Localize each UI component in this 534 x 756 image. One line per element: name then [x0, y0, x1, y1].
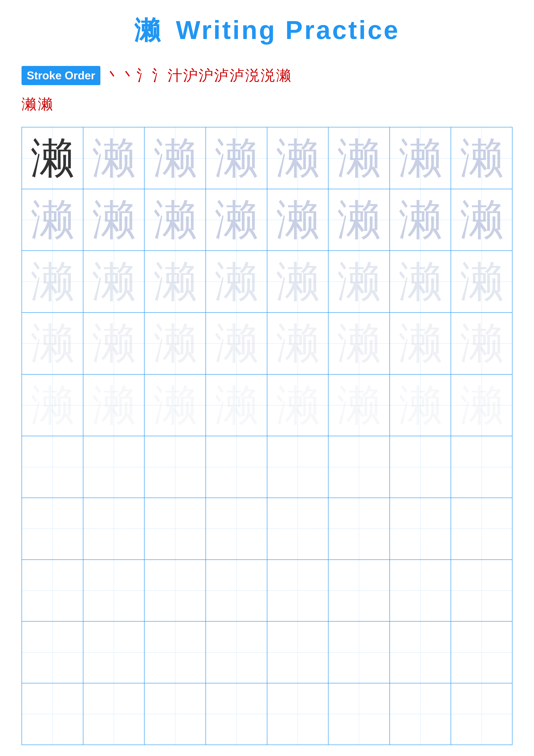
- grid-cell: [83, 436, 145, 498]
- grid-cell: 濑: [390, 251, 451, 312]
- stroke-char: 丶: [121, 65, 136, 86]
- grid-cell: [144, 560, 206, 621]
- grid-cell: 濑: [328, 313, 390, 374]
- grid-row-empty: [22, 498, 512, 560]
- stroke-char: 涚: [261, 65, 275, 86]
- grid-row-empty: [22, 683, 512, 745]
- stroke-order-section: Stroke Order 丶 丶 氵 氵 汁 沪 沪 泸 泸 涚 涚 濑: [21, 65, 513, 86]
- grid-row-empty: [22, 560, 512, 622]
- grid-row-empty: [22, 622, 512, 683]
- grid-cell: 濑: [83, 127, 145, 189]
- practice-char: 濑: [215, 198, 258, 241]
- grid-cell: [328, 436, 390, 498]
- stroke-char: 濑: [21, 94, 36, 114]
- practice-char: 濑: [399, 260, 442, 303]
- grid-cell: 濑: [390, 375, 451, 436]
- stroke-char: 濑: [276, 65, 291, 86]
- grid-cell: [83, 560, 145, 621]
- grid-cell: 濑: [390, 313, 451, 374]
- grid-cell: [144, 683, 206, 745]
- practice-char: 濑: [215, 322, 258, 365]
- practice-char: 濑: [337, 137, 380, 180]
- practice-char: 濑: [31, 322, 74, 365]
- practice-char: 濑: [399, 137, 442, 180]
- practice-char: 濑: [31, 260, 74, 303]
- grid-cell: 濑: [451, 127, 512, 189]
- practice-char: 濑: [337, 322, 380, 365]
- stroke-char: 丶: [106, 65, 120, 86]
- grid-cell: [83, 498, 145, 559]
- grid-cell: 濑: [451, 375, 512, 436]
- grid-cell: 濑: [328, 127, 390, 189]
- practice-char: 濑: [154, 260, 197, 303]
- grid-cell: 濑: [267, 251, 329, 312]
- grid-cell: [83, 683, 145, 745]
- grid-row-light4: 濑 濑 濑 濑 濑 濑 濑 濑: [22, 375, 512, 436]
- practice-char: 濑: [276, 198, 319, 241]
- grid-cell: [451, 498, 512, 559]
- grid-cell: 濑: [144, 189, 206, 251]
- grid-cell: [206, 683, 267, 745]
- grid-cell: 濑: [83, 189, 145, 251]
- title-text: Writing Practice: [176, 15, 399, 44]
- grid-row-light1: 濑 濑 濑 濑 濑 濑 濑 濑: [22, 189, 512, 251]
- grid-cell: [22, 683, 83, 745]
- grid-cell: 濑: [22, 189, 83, 251]
- grid-cell: 濑: [206, 251, 267, 312]
- grid-cell: [144, 498, 206, 559]
- practice-char: 濑: [460, 137, 503, 180]
- grid-cell: [144, 622, 206, 683]
- practice-char: 濑: [215, 384, 258, 427]
- stroke-chars-line2: 濑 濑: [21, 94, 513, 114]
- practice-char: 濑: [92, 260, 135, 303]
- grid-cell: [390, 498, 451, 559]
- grid-cell: [267, 436, 329, 498]
- stroke-char: 泸: [214, 65, 229, 86]
- practice-char: 濑: [399, 384, 442, 427]
- grid-cell: 濑: [328, 375, 390, 436]
- grid-cell: 濑: [206, 189, 267, 251]
- grid-cell: [267, 498, 329, 559]
- grid-cell: 濑: [83, 251, 145, 312]
- grid-cell: 濑: [22, 251, 83, 312]
- practice-char: 濑: [276, 260, 319, 303]
- grid-cell: [206, 622, 267, 683]
- grid-cell: [83, 622, 145, 683]
- grid-cell: [451, 683, 512, 745]
- grid-cell: 濑: [144, 375, 206, 436]
- stroke-char: 氵: [152, 65, 167, 86]
- grid-cell: 濑: [83, 313, 145, 374]
- grid-cell: 濑: [451, 251, 512, 312]
- practice-char: 濑: [31, 384, 74, 427]
- grid-cell: [267, 683, 329, 745]
- grid-cell: 濑: [206, 313, 267, 374]
- grid-cell: [267, 560, 329, 621]
- stroke-char: 氵: [137, 65, 151, 86]
- title-char: 濑: [134, 15, 162, 44]
- practice-char: 濑: [154, 198, 197, 241]
- grid-cell: [390, 622, 451, 683]
- grid-cell: 濑: [22, 375, 83, 436]
- grid-cell: [22, 436, 83, 498]
- practice-char: 濑: [399, 322, 442, 365]
- practice-char: 濑: [92, 137, 135, 180]
- grid-row-light3: 濑 濑 濑 濑 濑 濑 濑 濑: [22, 313, 512, 375]
- stroke-order-label: Stroke Order: [21, 66, 100, 85]
- stroke-char: 涚: [245, 65, 260, 86]
- grid-cell: [451, 560, 512, 621]
- grid-cell: 濑: [328, 251, 390, 312]
- grid-cell: [22, 560, 83, 621]
- grid-row-empty: [22, 436, 512, 498]
- page-title: 濑 Writing Practice: [21, 13, 513, 48]
- practice-char: 濑: [154, 137, 197, 180]
- grid-cell: 濑: [206, 127, 267, 189]
- grid-cell: [206, 436, 267, 498]
- practice-char: 濑: [460, 384, 503, 427]
- grid-cell: [390, 560, 451, 621]
- grid-cell: [144, 436, 206, 498]
- grid-cell: [206, 560, 267, 621]
- grid-row-light2: 濑 濑 濑 濑 濑 濑 濑 濑: [22, 251, 512, 313]
- stroke-char: 汁: [167, 65, 182, 86]
- practice-char: 濑: [215, 260, 258, 303]
- practice-char: 濑: [276, 384, 319, 427]
